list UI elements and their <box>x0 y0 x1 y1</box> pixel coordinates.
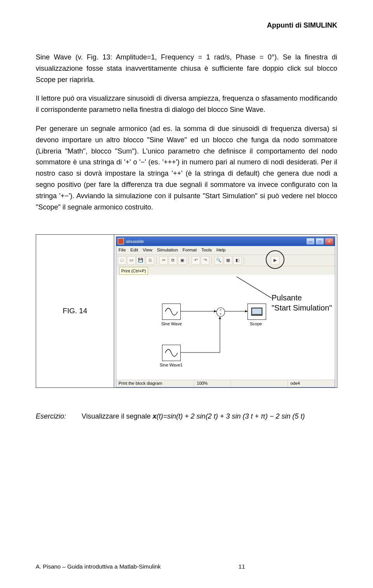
block-sine-wave1-label: Sine Wave1 <box>160 362 183 368</box>
tooltip: Print (Ctrl+P) <box>119 267 148 275</box>
annotation-text: Pulsante "Start Simulation" <box>272 293 332 313</box>
footer-left: A. Pisano – Guida introduttiva a Matlab-… <box>36 562 161 571</box>
footer: A. Pisano – Guida introduttiva a Matlab-… <box>36 562 337 571</box>
paragraph-1: Sine Wave (v. Fig. 13: Amplitude=1, Freq… <box>36 52 337 85</box>
block-sine-wave[interactable] <box>162 304 181 320</box>
menubar: File Edit View Simulation Format Tools H… <box>116 246 335 255</box>
start-simulation-button[interactable]: ▶ <box>271 256 279 265</box>
exercise-equation: (t)=sin(t) + 2 sin(2 t) + 3 sin (3 t + π… <box>157 412 305 420</box>
new-button[interactable]: □ <box>118 256 126 265</box>
figure-content: sinusoide — □ × File Edit View Simulatio… <box>114 235 337 387</box>
statusbar: Print the block diagram 100% ode4 <box>116 380 335 387</box>
exercise: Esercizio: Visualizzare il segnale x(t)=… <box>36 411 337 422</box>
simulink-window: sinusoide — □ × File Edit View Simulatio… <box>116 236 335 387</box>
block-sine-wave1[interactable] <box>162 345 181 361</box>
block-sine-wave-label: Sine Wave <box>161 321 182 327</box>
block-sum[interactable]: + + <box>216 307 225 317</box>
app-icon <box>118 238 124 244</box>
svg-rect-9 <box>252 309 261 314</box>
open-button[interactable]: ▭ <box>127 256 136 265</box>
status-solver: ode4 <box>288 380 335 387</box>
menu-view[interactable]: View <box>143 247 152 253</box>
undo-button[interactable]: ↶ <box>192 256 200 265</box>
status-zoom: 100% <box>194 380 231 387</box>
binoculars-icon[interactable]: 🔍 <box>214 256 223 265</box>
svg-line-7 <box>237 277 272 298</box>
exercise-intro: Visualizzare il segnale <box>82 412 153 420</box>
cut-button[interactable]: ✂ <box>159 256 168 265</box>
menu-edit[interactable]: Edit <box>131 247 138 253</box>
print-button[interactable]: ⎙ <box>146 256 154 265</box>
menu-format[interactable]: Format <box>183 247 197 253</box>
menu-tools[interactable]: Tools <box>201 247 212 253</box>
menu-help[interactable]: Help <box>216 247 226 253</box>
library-icon[interactable]: ▦ <box>224 256 232 265</box>
page-number: 11 <box>239 562 245 571</box>
figure-label: FIG. 14 <box>36 235 114 387</box>
exercise-func-var: x <box>153 412 157 420</box>
running-header: Appunti di SIMULINK <box>36 20 337 31</box>
maximize-button[interactable]: □ <box>315 238 324 245</box>
browser-icon[interactable]: ◧ <box>233 256 242 265</box>
block-scope-label: Scope <box>250 321 262 327</box>
paste-button[interactable]: ▣ <box>178 256 186 265</box>
menu-file[interactable]: File <box>119 247 126 253</box>
block-scope[interactable] <box>248 304 266 320</box>
plus-icon: + <box>220 313 221 315</box>
status-message: Print the block diagram <box>116 380 194 387</box>
close-button[interactable]: × <box>325 238 333 245</box>
save-button[interactable]: 💾 <box>136 256 145 265</box>
plus-icon: + <box>220 309 221 311</box>
window-title: sinusoide <box>126 238 144 245</box>
menu-simulation[interactable]: Simulation <box>157 247 178 253</box>
exercise-label: Esercizio: <box>36 412 66 420</box>
toolbar: □ ▭ 💾 ⎙ ✂ ⧉ ▣ ↶ ↷ 🔍 ▦ ◧ <box>116 255 335 266</box>
redo-button[interactable]: ↷ <box>201 256 209 265</box>
figure-14: FIG. 14 sinusoide — □ × File Edit View <box>36 234 337 387</box>
minimize-button[interactable]: — <box>306 238 315 245</box>
paragraph-2: Il lettore può ora visualizzare sinusoid… <box>36 93 337 115</box>
window-titlebar: sinusoide — □ × <box>116 237 335 246</box>
paragraph-3: Per generare un segnale armonico (ad es.… <box>36 123 337 213</box>
model-canvas[interactable]: Sine Wave Sine Wave1 + + <box>116 275 335 380</box>
copy-button[interactable]: ⧉ <box>169 256 177 265</box>
svg-marker-4 <box>219 317 221 319</box>
